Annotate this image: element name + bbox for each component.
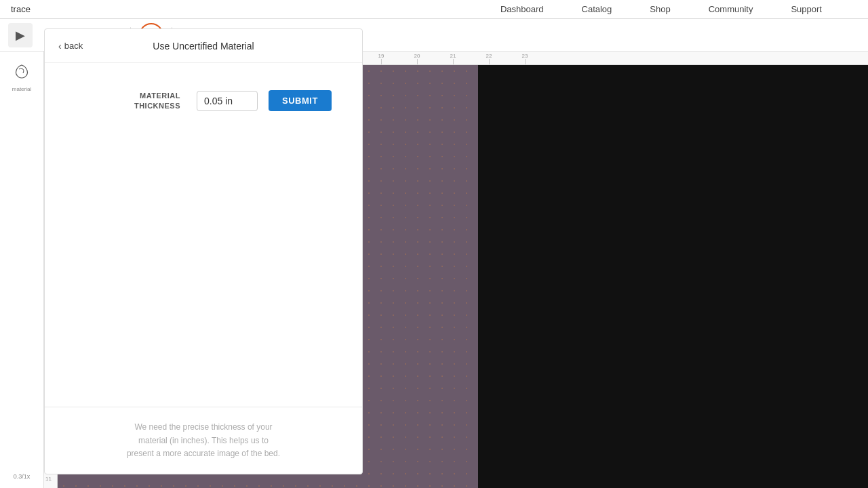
sidebar-item-material[interactable]: material [0, 57, 43, 98]
zoom-info: 0.3/1x [0, 473, 43, 480]
ruler-tick-top [381, 59, 382, 64]
app-title: trace [0, 4, 54, 14]
ruler-mark-top: 21 [450, 53, 456, 59]
back-link[interactable]: ‹ back [58, 41, 83, 52]
sidebar: material 0.3/1x [0, 52, 44, 488]
back-label: back [64, 41, 83, 51]
thickness-input[interactable] [197, 91, 258, 111]
panel-title: Use Uncertified Material [153, 41, 254, 52]
ruler-tick-top [453, 59, 454, 64]
ruler-mark-top: 23 [522, 53, 528, 59]
nav-dashboard[interactable]: Dashboard [481, 0, 563, 19]
panel-footer: We need the precise thickness of yourmat… [45, 407, 362, 474]
black-area [478, 65, 868, 488]
nav-catalog[interactable]: Catalog [563, 0, 631, 19]
nav-support[interactable]: Support [772, 0, 841, 19]
sidebar-material-label: material [12, 86, 31, 92]
panel-header: ‹ back Use Uncertified Material [45, 29, 362, 63]
ruler-mark-top: 19 [378, 53, 384, 59]
material-thickness-label: MATERIALTHICKNESS [126, 91, 180, 110]
panel-body: MATERIALTHICKNESS SUBMIT [45, 63, 362, 407]
ruler-mark-vertical: 11 [45, 476, 52, 482]
material-thickness-row: MATERIALTHICKNESS SUBMIT [58, 90, 349, 111]
topbar: trace Dashboard Catalog Shop Community S… [0, 0, 868, 19]
nav-shop[interactable]: Shop [631, 0, 689, 19]
nav-links: Dashboard Catalog Shop Community Support [481, 0, 841, 19]
back-arrow-icon: ‹ [58, 41, 62, 52]
material-icon [12, 62, 31, 85]
ruler-mark-top: 20 [414, 53, 420, 59]
panel-footer-text: We need the precise thickness of yourmat… [58, 421, 349, 460]
ruler-tick-top [489, 59, 490, 64]
ruler-tick-top [525, 59, 526, 64]
nav-community[interactable]: Community [690, 0, 772, 19]
ruler-mark-top: 22 [486, 53, 492, 59]
use-uncertified-material-panel: ‹ back Use Uncertified Material MATERIAL… [44, 28, 363, 474]
ruler-tick-top [417, 59, 418, 64]
select-tool-button[interactable]: ▶ [8, 23, 33, 47]
submit-button[interactable]: SUBMIT [269, 90, 332, 111]
